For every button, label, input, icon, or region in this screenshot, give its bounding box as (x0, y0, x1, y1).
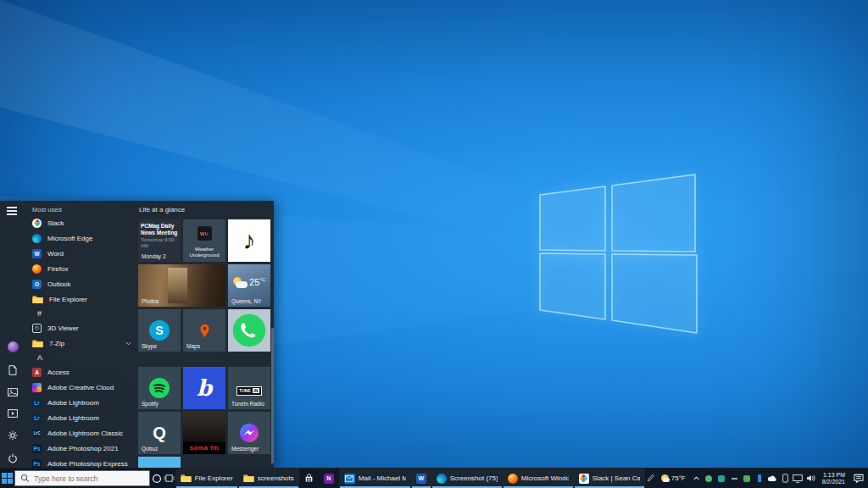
rail-item-settings[interactable] (8, 430, 18, 441)
clock-date: 8/2/2021 (822, 479, 845, 485)
app-item-microsoft-edge[interactable]: Microsoft Edge (31, 230, 138, 246)
app-item-word[interactable]: WWord (31, 246, 138, 261)
rail-item-videos[interactable] (8, 409, 18, 418)
tile-skype[interactable]: SSkype (138, 309, 181, 352)
3d-viewer-icon: ◇ (32, 324, 42, 333)
app-item-adobe-lightroom-classic[interactable]: LrCAdobe Lightroom Classic (31, 425, 138, 441)
rail-item-pictures[interactable] (8, 388, 18, 396)
adobe-lightroom-1-icon: Lr (32, 398, 42, 408)
app-item-label: File Explorer (49, 296, 87, 303)
taskbar: File ExplorerscreenshotsNMail - Michael … (0, 468, 868, 488)
gear-icon (8, 430, 18, 441)
tile-mail-tile-partial[interactable] (138, 457, 181, 468)
app-section-header[interactable]: A (31, 351, 138, 364)
rail-item-user[interactable] (8, 341, 19, 352)
taskbar-button-file-explorer[interactable]: File Explorer (175, 469, 238, 488)
taskbar-search-box[interactable] (14, 470, 150, 486)
onedrive-cloud-icon[interactable] (767, 469, 778, 488)
app-item-firefox[interactable]: Firefox (31, 261, 138, 276)
action-center-icon[interactable] (851, 469, 866, 488)
app-item-label: Microsoft Edge (47, 235, 92, 242)
taskbar-clock[interactable]: 1:13 PM8/2/2021 (818, 472, 849, 485)
taskbar-button-firefox[interactable]: Microsoft Window... (503, 469, 574, 488)
app-item-access[interactable]: AAccess (31, 364, 138, 380)
tray-icon-green-app-icon[interactable] (742, 469, 753, 488)
phone-link-icon[interactable] (780, 469, 791, 488)
app-item-outlook[interactable]: OOutlook (31, 276, 138, 291)
tile-calendar[interactable]: PCMag Daily News MeetingTomorrow 9:00 AM… (138, 219, 181, 262)
app-item-adobe-photoshop-express[interactable]: PsAdobe Photoshop Express (31, 456, 138, 468)
app-item-label: 7-Zip (49, 340, 64, 347)
hamburger-icon[interactable] (7, 207, 17, 215)
pictures-icon (8, 388, 18, 396)
app-section-header[interactable]: # (31, 307, 138, 320)
taskbar-button-mail[interactable]: Mail - Michael M... (339, 469, 411, 488)
tile-tunein[interactable]: TUNEINTuneIn Radio (228, 367, 270, 409)
whatsapp-icon (228, 309, 270, 352)
rail-item-documents[interactable] (8, 365, 17, 375)
start-menu-scrollbar[interactable] (271, 328, 274, 463)
cortana-button[interactable] (150, 469, 163, 488)
adobe-photoshop-express-icon: Ps (32, 459, 42, 469)
tile-maps[interactable]: Maps (183, 309, 225, 352)
taskbar-button-microsoft-store[interactable] (299, 469, 319, 488)
taskbar-button-onenote[interactable]: N (319, 469, 339, 488)
app-item-label: Adobe Creative Cloud (47, 384, 114, 391)
tray-icon-camera-icon[interactable] (716, 469, 727, 488)
word-icon: W (416, 474, 426, 484)
tile-glyph: ♪ (228, 219, 270, 262)
tile-bandcamp[interactable]: b (183, 367, 225, 409)
tray-icon-blue-bar-icon[interactable] (754, 469, 765, 488)
volume-icon[interactable] (805, 469, 816, 488)
tile-messenger[interactable]: Messenger (228, 412, 270, 454)
taskbar-button-slack[interactable]: Slack | Sean Carrol... (574, 469, 645, 488)
tile-footer: Monday 2 (142, 253, 166, 259)
app-item-label: Firefox (47, 265, 68, 273)
adobe-creative-cloud-icon (32, 383, 42, 392)
tile-weather[interactable]: 25°CQueens, NY (228, 264, 270, 307)
start-button[interactable] (0, 469, 14, 488)
hidden-icons-chevron-icon[interactable] (691, 469, 702, 488)
weather-temperature: 75°F (671, 474, 686, 482)
display-network-icon[interactable] (793, 469, 804, 488)
search-input[interactable] (34, 474, 144, 483)
taskbar-button-word[interactable]: W (411, 469, 431, 488)
tile-somafm[interactable]: soma fm (183, 412, 225, 454)
tile-photos[interactable]: Photos (138, 264, 225, 307)
tile-whatsapp[interactable] (228, 309, 270, 352)
app-item-file-explorer[interactable]: File Explorer (31, 291, 138, 307)
task-view-button[interactable] (163, 469, 175, 488)
tile-label: TuneIn Radio (231, 401, 264, 407)
app-item-label: Adobe Lightroom (47, 399, 99, 407)
tray-icon-leaf-icon[interactable] (704, 469, 715, 488)
tile-spotify[interactable]: Spotify (138, 367, 181, 409)
app-item-label: Access (47, 369, 70, 376)
start-menu-rail (0, 201, 25, 468)
tile-weather-underground[interactable]: wuWeather Underground (183, 219, 225, 262)
tile-label: Spotify (142, 401, 159, 407)
app-item-slack[interactable]: Slack (31, 215, 138, 230)
weather-temp: 25°C (249, 277, 265, 287)
app-item-adobe-lightroom-2[interactable]: LrAdobe Lightroom (31, 410, 138, 425)
chevron-down-icon (125, 341, 131, 346)
app-item-adobe-lightroom-1[interactable]: LrAdobe Lightroom (31, 395, 138, 410)
weather-widget[interactable]: 75°F (658, 474, 689, 482)
app-item-7-zip[interactable]: 7-Zip (31, 336, 138, 351)
tray-pen-icon[interactable] (645, 469, 656, 488)
rail-item-power[interactable] (8, 453, 18, 463)
windows-start-icon (2, 473, 13, 484)
access-icon: A (32, 368, 42, 377)
app-item-3d-viewer[interactable]: ◇3D Viewer (31, 320, 138, 336)
tray-icon-grey-icon[interactable] (729, 469, 740, 488)
tile-qobuz[interactable]: QQobuz (138, 412, 181, 454)
tile-groove-music[interactable]: ♪ (228, 219, 270, 262)
app-item-adobe-photoshop-2021[interactable]: PsAdobe Photoshop 2021 (31, 441, 138, 456)
folder-icon (243, 474, 254, 483)
taskbar-button-label: Slack | Sean Carrol... (593, 474, 640, 482)
firefox-icon (508, 474, 518, 484)
app-item-adobe-creative-cloud[interactable]: Adobe Creative Cloud (31, 380, 138, 395)
taskbar-button-edge[interactable]: Screenshot (75) pn... (431, 469, 503, 488)
adobe-lightroom-2-icon: Lr (32, 413, 42, 423)
taskbar-button-screenshots-folder[interactable]: screenshots (238, 469, 299, 488)
tile-group-label: Life at a glance (139, 206, 185, 214)
